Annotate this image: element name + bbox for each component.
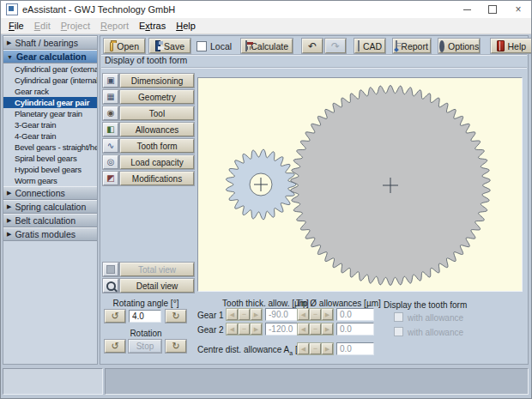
geometry-icon: ▦ [106,93,114,101]
with-allowance-checkbox-1[interactable] [394,312,403,322]
square-icon [106,265,115,274]
geometry-icon-button[interactable]: ▦ [103,90,118,104]
rotating-angle-input[interactable] [129,310,161,323]
with-allowance-label-1: with allowance [408,313,463,323]
triangle-down-icon: ▼ [7,54,13,60]
gear1-spin-right-button[interactable] [251,309,262,320]
options-button[interactable]: Options [438,39,480,53]
tip2-spin-left-button[interactable] [298,323,309,335]
module-row-tooth-form: ∿Tooth form [103,139,194,153]
sidebar-header-gear-calculation[interactable]: ▼Gear calculation [3,50,97,63]
save-button[interactable]: Save [149,39,190,53]
rotation-ccw-button[interactable] [105,340,125,353]
load-capacity-button[interactable]: Load capacity [120,155,194,169]
menu-help[interactable]: Help [171,21,201,31]
maximize-button[interactable] [480,1,505,18]
help-book-icon [497,40,504,51]
with-allowance-checkbox-2[interactable] [394,327,403,336]
sidebar-header-spring-calculation[interactable]: ▶Spring calculation [3,200,97,214]
tip2-allowance-input[interactable] [336,323,374,336]
tooth-form-canvas[interactable] [197,77,523,292]
sidebar-header-belt-calculation[interactable]: ▶Belt calculation [3,214,97,227]
sidebar-item-gear-rack[interactable]: Gear rack [3,86,97,97]
allowances-button[interactable]: Allowances [120,123,194,136]
tool-button[interactable]: Tool [120,106,194,120]
menu-extras[interactable]: Extras [134,21,171,31]
tip2-spin-right-button[interactable] [322,323,333,335]
calculate-button[interactable]: Calculate [241,39,293,53]
sidebar-item-worm-gears[interactable]: Worm gears [3,175,97,186]
sidebar-item-cylindrical-gear-external[interactable]: Cylindrical gear (external) [3,63,97,75]
sidebar-header-gratis-modules[interactable]: ▶Gratis modules [3,227,97,241]
gear2-label: Gear 2 [197,325,224,335]
sidebar-item-4-gear-train[interactable]: 4-Gear train [3,130,97,142]
centre-distance-label: Centre dist. allowance Aa [µm] [197,345,312,356]
gear1-spin-minus-button[interactable] [239,309,250,320]
undo-button[interactable]: ↶ [302,39,323,53]
rotate-ccw-button[interactable] [105,310,125,323]
menu-report: Report [95,21,134,31]
dimensioning-icon-button[interactable]: ▣ [103,74,118,88]
modifications-button[interactable]: Modifications [120,172,194,185]
rotation-cw-button[interactable] [166,340,186,353]
triangle-right-icon: ▶ [7,39,11,46]
menu-file[interactable]: File [3,21,29,31]
gear1-spin-left-button[interactable] [227,309,238,320]
tip-allowances-header: Tip Ø allowances [µm] [296,299,381,308]
sidebar-item-cylindrical-gear-pair[interactable]: Cylindrical gear pair [3,97,97,108]
titlebar: eAssistant - GWJ Technology GmbH × [1,1,531,19]
detail-view-button[interactable]: Detail view [120,279,194,293]
rotate-cw-button[interactable] [166,310,186,323]
tooth-form-button[interactable]: Tooth form [120,139,194,153]
centre-spin-minus-button[interactable] [310,343,321,354]
sidebar-item-spiral-bevel-gears[interactable]: Spiral bevel gears [3,153,97,164]
tip2-spin-minus-button[interactable] [310,323,321,335]
save-disk-icon [155,40,160,51]
calculator-icon [245,40,247,51]
sidebar-header-shaft-bearings[interactable]: ▶Shaft / bearings [3,36,97,50]
tip1-spin-right-button[interactable] [322,309,333,320]
tip1-spin-minus-button[interactable] [310,309,321,320]
tooth-form-icon: ∿ [107,142,114,150]
modifications-icon-button[interactable]: ◩ [103,172,118,185]
centre-spin-left-button[interactable] [298,343,309,354]
module-row-tool: ◉Tool [103,106,194,120]
cad-button[interactable]: CAD [354,39,385,53]
centre-distance-input[interactable] [336,342,374,355]
allowances-icon-button[interactable]: ◧ [103,123,118,136]
close-button[interactable]: × [505,1,531,18]
tool-icon: ◉ [107,109,115,118]
sidebar-header-connections[interactable]: ▶Connections [3,186,97,200]
gear2-spin-left-button[interactable] [227,323,238,335]
help-button[interactable]: Help [491,39,532,53]
rotation-stop-button[interactable]: Stop [129,340,161,353]
sidebar-item-planetary-gear-train[interactable]: Planetary gear train [3,108,97,119]
tip1-allowance-input[interactable] [336,308,374,321]
sidebar-item-3-gear-train[interactable]: 3-Gear train [3,119,97,130]
minimize-button[interactable] [454,1,480,18]
total-view-button[interactable]: Total view [120,263,194,276]
geometry-button[interactable]: Geometry [120,90,194,104]
report-button[interactable]: Report [393,39,431,53]
cad-icon [358,40,360,51]
centre-spin-right-button[interactable] [322,343,333,354]
local-checkbox[interactable]: Local [196,41,232,51]
tooth-form-icon-button[interactable]: ∿ [103,139,118,153]
sidebar-item-hypoid-bevel-gears[interactable]: Hypoid bevel gears [3,164,97,175]
tip1-spin-left-button[interactable] [298,309,309,320]
tool-icon-button[interactable]: ◉ [103,106,118,120]
total-view-icon-button[interactable] [103,263,118,276]
dimensioning-button[interactable]: Dimensioning [120,74,194,88]
sidebar-item-cylindrical-gear-internal[interactable]: Cylindrical gear (internal) [3,75,97,86]
open-button[interactable]: Open [104,39,145,53]
redo-button[interactable]: ↷ [325,39,346,53]
gear-drawing [198,78,522,291]
sidebar-item-bevel-gears-straight-helical[interactable]: Bevel gears - straight/helical [3,142,97,153]
detail-view-icon-button[interactable] [103,279,118,293]
load-capacity-icon: ◎ [107,158,115,166]
gear2-spin-right-button[interactable] [251,323,262,335]
gear2-spin-minus-button[interactable] [239,323,250,335]
menu-project: Project [56,21,95,31]
load-capacity-icon-button[interactable]: ◎ [103,155,118,169]
help-label: Help [508,41,527,51]
